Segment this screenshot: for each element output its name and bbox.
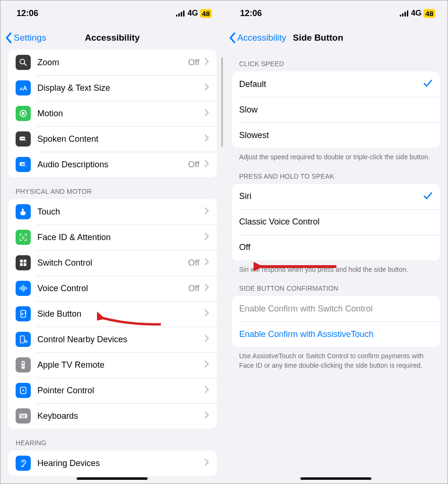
cell-classic-voice-control[interactable]: Classic Voice Control (232, 209, 440, 235)
hearing-icon (16, 456, 31, 471)
svg-point-17 (24, 236, 25, 237)
svg-rect-47 (24, 415, 25, 416)
section-header-click-speed: CLICK SPEED (224, 50, 448, 71)
cell-label: Control Nearby Devices (37, 335, 204, 345)
settings-list[interactable]: ZoomOffAADisplay & Text SizeMotionSpoken… (0, 50, 224, 484)
svg-rect-40 (21, 415, 22, 415)
cell-zoom[interactable]: ZoomOff (8, 50, 217, 75)
cell-label: Audio Descriptions (37, 160, 188, 170)
battery-badge: 48 (200, 9, 212, 18)
voicectl-icon (16, 281, 31, 296)
cell-audio-descriptions[interactable]: ADAudio DescriptionsOff (8, 152, 217, 177)
checkmark-icon (423, 191, 432, 202)
cell-keyboards[interactable]: Keyboards (8, 403, 217, 429)
svg-text:A: A (23, 85, 27, 92)
svg-point-16 (22, 236, 23, 237)
svg-line-5 (25, 64, 26, 66)
section-header-confirmation: SIDE BUTTON CONFIRMATION (224, 274, 448, 296)
svg-rect-45 (21, 415, 22, 416)
cell-label: Off (239, 242, 433, 252)
cell-face-id-attention[interactable]: Face ID & Attention (8, 225, 217, 250)
svg-rect-24 (23, 285, 24, 292)
status-right: 4G 48 (176, 9, 211, 18)
svg-rect-53 (404, 12, 406, 17)
sidebtn-icon (16, 306, 31, 321)
cell-label: Keyboards (37, 411, 204, 421)
cell-label: Face ID & Attention (37, 233, 204, 242)
cell-side-button[interactable]: Side Button (8, 301, 217, 327)
cell-label: Default (239, 79, 423, 89)
cell-touch[interactable]: Touch (8, 199, 217, 225)
svg-point-33 (23, 365, 24, 366)
svg-point-9 (22, 112, 25, 115)
cell-enable-confirm-with-switch-control: Enable Confirm with Switch Control (232, 296, 440, 321)
cell-label: Enable Confirm with Switch Control (239, 304, 433, 314)
back-label: Accessibility (237, 33, 286, 43)
cell-slowest[interactable]: Slowest (232, 122, 440, 148)
home-indicator[interactable] (77, 477, 148, 480)
group-press-hold: SiriClassic Voice ControlOff (232, 184, 440, 260)
svg-rect-0 (176, 15, 177, 17)
chevron-right-icon (204, 284, 209, 293)
home-indicator[interactable] (300, 477, 371, 480)
cell-label: Motion (37, 109, 204, 119)
svg-point-4 (20, 59, 25, 64)
settings-list[interactable]: CLICK SPEED DefaultSlowSlowest Adjust th… (224, 50, 448, 484)
cell-label: Siri (239, 191, 423, 201)
cell-label: Touch (37, 207, 204, 217)
cell-label: Apple TV Remote (37, 360, 204, 370)
section-footer-confirmation: Use AssistiveTouch or Switch Control to … (224, 347, 448, 370)
cell-motion[interactable]: Motion (8, 101, 217, 126)
cell-apple-tv-remote[interactable]: Apple TV Remote (8, 352, 217, 378)
nearby-icon (16, 332, 31, 347)
cell-label: Switch Control (37, 258, 188, 268)
cell-control-nearby-devices[interactable]: Control Nearby Devices (8, 327, 217, 352)
chevron-right-icon (204, 411, 209, 421)
cell-label: Side Button (37, 309, 204, 319)
cell-voice-control[interactable]: Voice ControlOff (8, 276, 217, 301)
group-click-speed: DefaultSlowSlowest (232, 71, 440, 148)
spoken-icon (16, 131, 31, 147)
nav-bar: Accessibility Side Button (224, 26, 448, 50)
cell-off[interactable]: Off (232, 235, 440, 260)
group-vision: ZoomOffAADisplay & Text SizeMotionSpoken… (8, 50, 217, 177)
svg-point-37 (22, 389, 24, 391)
cell-label: Pointer Control (37, 386, 204, 396)
section-header-physical: PHYSICAL AND MOTOR (0, 177, 224, 199)
svg-rect-54 (407, 10, 408, 17)
svg-rect-39 (20, 415, 21, 415)
chevron-right-icon (204, 458, 209, 468)
cell-default[interactable]: Default (232, 71, 440, 97)
section-header-hearing: HEARING (0, 429, 224, 450)
chevron-right-icon (204, 207, 209, 216)
cell-slow[interactable]: Slow (232, 97, 440, 122)
battery-badge: 48 (423, 9, 435, 18)
cell-enable-confirm-with-assistivetouch[interactable]: Enable Confirm with AssistiveTouch (232, 321, 440, 347)
phone-left: 12:06 4G 48 Settings Accessibility ZoomO… (0, 0, 224, 484)
zoom-icon (16, 55, 31, 70)
svg-rect-18 (20, 259, 23, 262)
svg-point-11 (21, 138, 22, 139)
cell-display-text-size[interactable]: AADisplay & Text Size (8, 75, 217, 101)
svg-rect-25 (25, 286, 26, 291)
faceid-icon (16, 230, 31, 245)
cell-hearing-devices[interactable]: Hearing Devices (8, 450, 217, 476)
cell-label: Spoken Content (37, 134, 204, 144)
svg-rect-23 (21, 286, 22, 291)
cell-spoken-content[interactable]: Spoken Content (8, 126, 217, 152)
svg-rect-42 (24, 415, 25, 415)
back-button[interactable]: Settings (5, 32, 46, 43)
back-button[interactable]: Accessibility (229, 32, 286, 43)
cell-siri[interactable]: Siri (232, 184, 440, 209)
signal-icon (400, 10, 409, 17)
svg-rect-22 (20, 287, 21, 290)
svg-point-32 (22, 365, 23, 366)
cell-pointer-control[interactable]: Pointer Control (8, 378, 217, 403)
svg-rect-26 (26, 287, 27, 290)
group-hearing: Hearing Devices (8, 450, 217, 476)
carrier-label: 4G (411, 9, 422, 18)
scrollbar-indicator (221, 57, 223, 147)
svg-rect-19 (24, 259, 26, 262)
group-confirmation: Enable Confirm with Switch ControlEnable… (232, 296, 440, 347)
cell-switch-control[interactable]: Switch ControlOff (8, 250, 217, 276)
